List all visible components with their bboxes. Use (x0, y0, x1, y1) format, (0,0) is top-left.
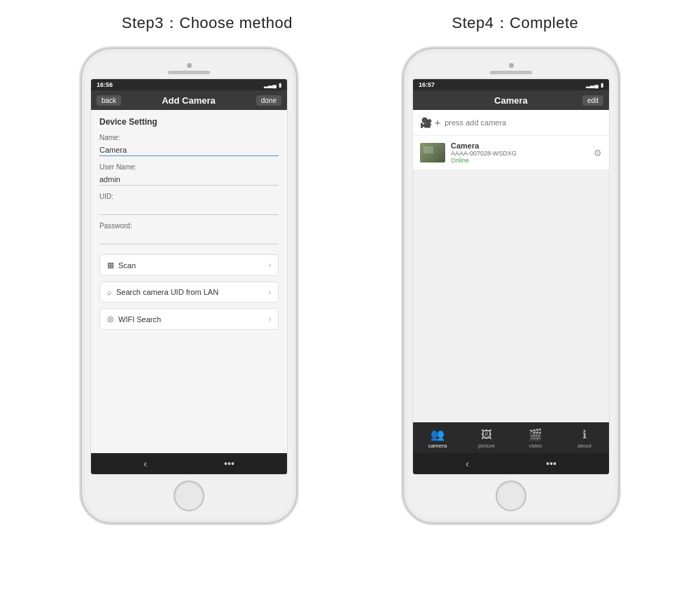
done-button-3[interactable]: done (256, 95, 281, 106)
camera-thumbnail (420, 143, 445, 162)
battery-icon-4: ▮ (601, 82, 603, 88)
lan-search-label: Search camera UID from LAN (116, 288, 218, 296)
signal-icon-3: ▂▃▄ (264, 82, 276, 88)
scan-icon: ▦ (107, 261, 114, 270)
video-tab-icon: 🎬 (528, 428, 542, 441)
camera-list-item[interactable]: Camera AAAA-007028-WSDXG Online ⚙ (413, 136, 609, 170)
tab-video[interactable]: 🎬 video (511, 428, 560, 449)
speaker-4 (490, 71, 532, 74)
home-button-4[interactable] (496, 480, 526, 511)
phone3: 16:56 ▂▃▄ ▮ back Add Camera done Device … (80, 48, 298, 524)
picture-tab-label: picture (478, 443, 495, 449)
scan-label: Scan (118, 261, 136, 270)
username-input[interactable] (99, 174, 279, 186)
about-tab-label: about (578, 443, 592, 449)
home-area-4 (496, 480, 526, 511)
camera-tab-label: camera (428, 443, 447, 449)
battery-icon-3: ▮ (279, 82, 281, 88)
phone4: 16:57 ▂▃▄ ▮ Camera edit 🎥 (402, 48, 620, 524)
uid-input[interactable] (99, 203, 279, 215)
step3-title: Step3：Choose method (122, 13, 293, 34)
signal-icon-4: ▂▃▄ (586, 82, 598, 88)
section-title: Device Setting (99, 117, 279, 127)
phone4-top (412, 63, 610, 74)
name-label: Name: (99, 134, 279, 141)
camera-tab-icon: 👥 (430, 428, 444, 441)
camera-dot (187, 63, 192, 68)
camera-name: Camera (451, 141, 588, 150)
password-row: Password: (99, 222, 279, 244)
phone3-top (90, 63, 288, 74)
navbar-title-4: Camera (440, 95, 582, 106)
back-button-3[interactable]: back (97, 95, 121, 106)
wifi-icon: ◎ (107, 314, 114, 324)
uid-row: UID: (99, 193, 279, 215)
status-icons-4: ▂▃▄ ▮ (586, 82, 603, 88)
navbar-3: back Add Camera done (91, 90, 287, 110)
wifi-chevron: › (269, 315, 271, 323)
status-icons-3: ▂▃▄ ▮ (264, 82, 281, 88)
name-input[interactable] (99, 144, 279, 156)
name-row: Name: (99, 134, 279, 156)
username-row: User Name: (99, 163, 279, 186)
camera-dot-4 (509, 63, 514, 68)
tab-about[interactable]: ℹ about (560, 428, 609, 449)
bottom-bar-3: ‹ ••• (91, 453, 287, 474)
username-label: User Name: (99, 163, 279, 171)
bottom-dots-3[interactable]: ••• (224, 458, 234, 469)
scan-button[interactable]: ▦ Scan › (99, 254, 279, 276)
home-button-3[interactable] (174, 480, 204, 511)
uid-label: UID: (99, 193, 279, 200)
status-time-3: 16:56 (97, 81, 113, 88)
about-tab-icon: ℹ (582, 428, 587, 441)
lan-chevron: › (269, 289, 271, 296)
tab-camera[interactable]: 👥 camera (413, 428, 462, 449)
camera-info: Camera AAAA-007028-WSDXG Online (451, 141, 588, 164)
tab-picture[interactable]: 🖼 picture (462, 429, 511, 449)
camera-uid: AAAA-007028-WSDXG (451, 150, 588, 157)
add-camera-row[interactable]: 🎥 + press add camera (413, 110, 609, 136)
wifi-search-label: WIFI Search (118, 315, 161, 324)
status-time-4: 16:57 (419, 81, 435, 88)
navbar-4: Camera edit (413, 90, 609, 110)
wifi-search-button[interactable]: ◎ WIFI Search › (99, 308, 279, 330)
bottom-back-3[interactable]: ‹ (144, 458, 147, 469)
search-icon: ⌕ (107, 288, 112, 296)
password-label: Password: (99, 222, 279, 230)
form-content: Device Setting Name: User Name: UID: (91, 110, 287, 453)
home-area-3 (174, 480, 204, 511)
password-input[interactable] (99, 233, 279, 244)
camera-list-area: 🎥 + press add camera Camera AAAA-007028-… (413, 110, 609, 422)
camera-settings-icon[interactable]: ⚙ (594, 148, 602, 158)
phone3-screen: 16:56 ▂▃▄ ▮ back Add Camera done Device … (90, 78, 288, 475)
bottom-dots-4[interactable]: ••• (546, 458, 556, 469)
step4-title: Step4：Complete (452, 13, 579, 34)
add-camera-icon: 🎥 + (420, 117, 440, 128)
navbar-title-3: Add Camera (121, 95, 256, 106)
scan-chevron: › (269, 261, 271, 269)
status-bar-3: 16:56 ▂▃▄ ▮ (91, 79, 287, 90)
camera-status: Online (451, 157, 588, 164)
edit-button-4[interactable]: edit (582, 95, 603, 106)
tab-bar-4: 👥 camera 🖼 picture 🎬 video ℹ about (413, 422, 609, 453)
lan-search-button[interactable]: ⌕ Search camera UID from LAN › (99, 282, 279, 303)
bottom-back-4[interactable]: ‹ (465, 458, 469, 469)
screen-body-3: Device Setting Name: User Name: UID: (91, 110, 287, 474)
speaker (168, 71, 210, 74)
bottom-bar-4: ‹ ••• (413, 453, 609, 474)
video-tab-label: video (528, 443, 542, 449)
screen-body-4: 🎥 + press add camera Camera AAAA-007028-… (413, 110, 609, 474)
picture-tab-icon: 🖼 (481, 429, 492, 441)
phone4-screen: 16:57 ▂▃▄ ▮ Camera edit 🎥 (412, 78, 610, 475)
status-bar-4: 16:57 ▂▃▄ ▮ (413, 79, 609, 90)
add-camera-text: press add camera (444, 118, 506, 127)
